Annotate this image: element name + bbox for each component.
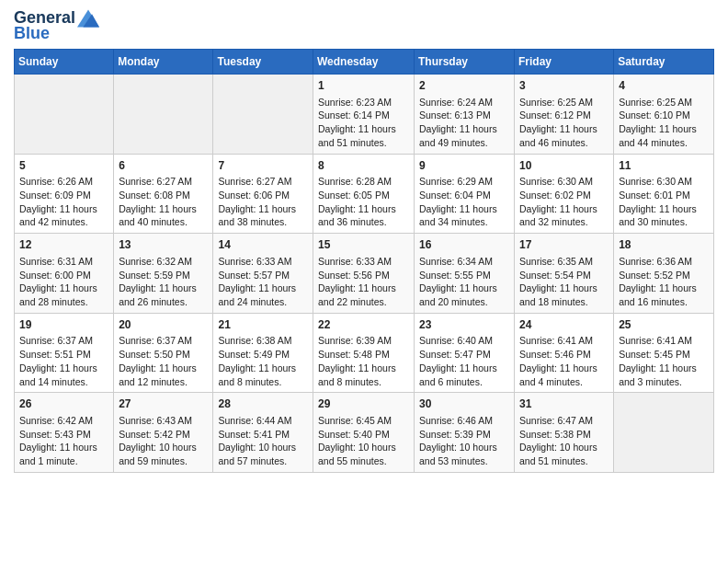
sunrise-text: Sunrise: 6:27 AM: [119, 176, 192, 187]
sunrise-text: Sunrise: 6:40 AM: [419, 335, 493, 346]
daylight-text: Daylight: 11 hours and 3 minutes.: [619, 362, 697, 387]
sunset-text: Sunset: 6:01 PM: [619, 190, 690, 201]
daylight-text: Daylight: 10 hours and 53 minutes.: [419, 442, 497, 466]
day-number: 7: [218, 158, 308, 174]
logo: General Blue: [14, 9, 99, 43]
calendar-cell: [114, 75, 213, 155]
weekday-header-friday: Friday: [515, 50, 614, 75]
calendar-cell: 4 Sunrise: 6:25 AM Sunset: 6:10 PM Dayli…: [614, 75, 714, 155]
sunset-text: Sunset: 5:39 PM: [419, 429, 491, 440]
weekday-header-tuesday: Tuesday: [213, 50, 313, 75]
calendar-cell: 29 Sunrise: 6:45 AM Sunset: 5:40 PM Dayl…: [313, 393, 415, 473]
sunrise-text: Sunrise: 6:41 AM: [519, 335, 593, 346]
sunset-text: Sunset: 5:42 PM: [119, 429, 190, 440]
calendar-cell: 31 Sunrise: 6:47 AM Sunset: 5:38 PM Dayl…: [515, 393, 614, 473]
sunrise-text: Sunrise: 6:44 AM: [218, 415, 291, 426]
calendar-cell: 17 Sunrise: 6:35 AM Sunset: 5:54 PM Dayl…: [515, 234, 614, 314]
sunset-text: Sunset: 5:56 PM: [318, 270, 390, 281]
daylight-text: Daylight: 10 hours and 59 minutes.: [119, 442, 197, 466]
day-number: 14: [218, 237, 308, 253]
daylight-text: Daylight: 11 hours and 42 minutes.: [19, 203, 97, 228]
calendar-cell: 26 Sunrise: 6:42 AM Sunset: 5:43 PM Dayl…: [15, 393, 114, 473]
day-number: 9: [419, 158, 509, 174]
sunset-text: Sunset: 6:08 PM: [119, 190, 190, 201]
calendar-cell: [15, 75, 114, 155]
sunrise-text: Sunrise: 6:30 AM: [519, 176, 593, 187]
daylight-text: Daylight: 11 hours and 40 minutes.: [119, 203, 197, 228]
day-number: 20: [119, 317, 208, 333]
day-number: 3: [519, 78, 609, 94]
sunrise-text: Sunrise: 6:25 AM: [519, 97, 593, 108]
daylight-text: Daylight: 11 hours and 1 minute.: [19, 442, 97, 466]
weekday-header-thursday: Thursday: [415, 50, 515, 75]
daylight-text: Daylight: 11 hours and 28 minutes.: [19, 282, 97, 307]
calendar-table: SundayMondayTuesdayWednesdayThursdayFrid…: [14, 49, 714, 473]
day-number: 27: [119, 396, 208, 412]
sunset-text: Sunset: 5:41 PM: [218, 429, 290, 440]
day-number: 30: [419, 396, 509, 412]
day-number: 29: [318, 396, 409, 412]
daylight-text: Daylight: 11 hours and 18 minutes.: [519, 282, 597, 307]
day-number: 1: [318, 78, 409, 94]
sunset-text: Sunset: 5:49 PM: [218, 349, 290, 360]
sunrise-text: Sunrise: 6:36 AM: [619, 256, 692, 267]
sunrise-text: Sunrise: 6:34 AM: [419, 256, 493, 267]
daylight-text: Daylight: 11 hours and 20 minutes.: [419, 282, 497, 307]
calendar-cell: [614, 393, 714, 473]
day-number: 18: [619, 237, 709, 253]
page-container: General Blue SundayMondayTuesdayWednesda…: [0, 0, 728, 482]
daylight-text: Daylight: 11 hours and 24 minutes.: [218, 282, 296, 307]
week-row-2: 5 Sunrise: 6:26 AM Sunset: 6:09 PM Dayli…: [15, 154, 714, 234]
calendar-cell: 9 Sunrise: 6:29 AM Sunset: 6:04 PM Dayli…: [415, 154, 515, 234]
day-number: 19: [19, 317, 108, 333]
sunset-text: Sunset: 5:57 PM: [218, 270, 290, 281]
day-number: 13: [119, 237, 208, 253]
calendar-cell: 28 Sunrise: 6:44 AM Sunset: 5:41 PM Dayl…: [213, 393, 313, 473]
daylight-text: Daylight: 11 hours and 44 minutes.: [619, 123, 697, 148]
sunset-text: Sunset: 5:43 PM: [19, 429, 91, 440]
day-number: 24: [519, 317, 609, 333]
calendar-cell: [213, 75, 313, 155]
day-number: 25: [619, 317, 709, 333]
sunset-text: Sunset: 6:09 PM: [19, 190, 91, 201]
daylight-text: Daylight: 11 hours and 36 minutes.: [318, 203, 396, 228]
daylight-text: Daylight: 11 hours and 12 minutes.: [119, 362, 197, 387]
calendar-cell: 22 Sunrise: 6:39 AM Sunset: 5:48 PM Dayl…: [313, 313, 415, 393]
sunrise-text: Sunrise: 6:26 AM: [19, 176, 93, 187]
daylight-text: Daylight: 10 hours and 55 minutes.: [318, 442, 396, 466]
sunrise-text: Sunrise: 6:28 AM: [318, 176, 392, 187]
week-row-4: 19 Sunrise: 6:37 AM Sunset: 5:51 PM Dayl…: [15, 313, 714, 393]
sunset-text: Sunset: 6:04 PM: [419, 190, 491, 201]
sunrise-text: Sunrise: 6:35 AM: [519, 256, 593, 267]
day-number: 21: [218, 317, 308, 333]
sunrise-text: Sunrise: 6:29 AM: [419, 176, 493, 187]
day-number: 8: [318, 158, 409, 174]
sunset-text: Sunset: 6:06 PM: [218, 190, 290, 201]
sunset-text: Sunset: 5:46 PM: [519, 349, 591, 360]
sunset-text: Sunset: 5:45 PM: [619, 349, 690, 360]
sunrise-text: Sunrise: 6:46 AM: [419, 415, 493, 426]
calendar-cell: 23 Sunrise: 6:40 AM Sunset: 5:47 PM Dayl…: [415, 313, 515, 393]
sunrise-text: Sunrise: 6:45 AM: [318, 415, 392, 426]
daylight-text: Daylight: 11 hours and 26 minutes.: [119, 282, 197, 307]
sunrise-text: Sunrise: 6:32 AM: [119, 256, 192, 267]
sunset-text: Sunset: 5:48 PM: [318, 349, 390, 360]
calendar-cell: 5 Sunrise: 6:26 AM Sunset: 6:09 PM Dayli…: [15, 154, 114, 234]
day-number: 10: [519, 158, 609, 174]
daylight-text: Daylight: 11 hours and 51 minutes.: [318, 123, 396, 148]
daylight-text: Daylight: 10 hours and 57 minutes.: [218, 442, 296, 466]
daylight-text: Daylight: 11 hours and 8 minutes.: [318, 362, 396, 387]
sunrise-text: Sunrise: 6:42 AM: [19, 415, 93, 426]
daylight-text: Daylight: 10 hours and 51 minutes.: [519, 442, 597, 466]
weekday-header-monday: Monday: [114, 50, 213, 75]
day-number: 11: [619, 158, 709, 174]
week-row-1: 1 Sunrise: 6:23 AM Sunset: 6:14 PM Dayli…: [15, 75, 714, 155]
sunset-text: Sunset: 6:10 PM: [619, 109, 690, 121]
sunset-text: Sunset: 5:59 PM: [119, 270, 190, 281]
sunrise-text: Sunrise: 6:31 AM: [19, 256, 93, 267]
day-number: 23: [419, 317, 509, 333]
day-number: 12: [19, 237, 108, 253]
logo-icon: [77, 9, 99, 28]
week-row-3: 12 Sunrise: 6:31 AM Sunset: 6:00 PM Dayl…: [15, 234, 714, 314]
calendar-cell: 25 Sunrise: 6:41 AM Sunset: 5:45 PM Dayl…: [614, 313, 714, 393]
